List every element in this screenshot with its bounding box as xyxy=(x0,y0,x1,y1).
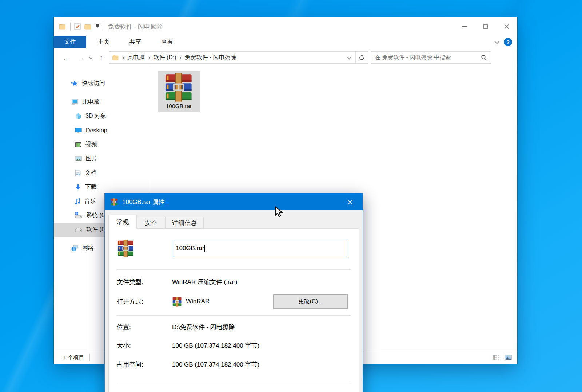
tab-home[interactable]: 主页 xyxy=(89,36,118,48)
size-label: 大小: xyxy=(117,341,172,350)
minimize-button[interactable] xyxy=(454,17,475,36)
address-bar[interactable]: › 此电脑 › 软件 (D:) › 免费软件 - 闪电擦除 xyxy=(109,51,368,64)
quick-access-star-icon xyxy=(71,80,78,87)
sidebar-item-label: 此电脑 xyxy=(82,98,100,106)
network-globe-icon xyxy=(71,245,78,252)
address-folder-icon xyxy=(112,55,119,60)
location-label: 位置: xyxy=(117,323,172,331)
toolbar-separator xyxy=(70,23,71,31)
winrar-file-icon xyxy=(110,198,118,206)
location-value: D:\免费软件 - 闪电擦除 xyxy=(172,323,235,331)
dialog-close-button[interactable] xyxy=(343,193,357,210)
up-button[interactable]: ↑ xyxy=(96,54,107,61)
opens-with-value: WinRAR xyxy=(186,298,210,305)
file-item-100gb-rar[interactable]: 100GB.rar xyxy=(158,71,200,112)
dialog-title: 100GB.rar 属性 xyxy=(122,198,165,206)
sidebar-item-label: 快速访问 xyxy=(82,80,105,87)
sidebar-item-3d-objects[interactable]: 3D 对象 xyxy=(54,109,150,123)
breadcrumb-this-pc[interactable]: 此电脑 xyxy=(126,54,147,61)
search-input[interactable]: 在 免费软件 - 闪电擦除 中搜索 xyxy=(371,51,491,64)
sidebar-item-label: 图片 xyxy=(86,155,97,163)
sidebar-item-videos[interactable]: 视频 xyxy=(54,137,150,152)
size-value: 100 GB (107,374,182,400 字节) xyxy=(172,341,259,350)
toolbar-separator xyxy=(103,23,103,31)
address-dropdown-button[interactable] xyxy=(343,52,355,63)
sidebar-item-label: 3D 对象 xyxy=(85,112,106,120)
sidebar-item-label: 网络 xyxy=(82,244,94,252)
section-separator xyxy=(117,384,351,384)
tab-security[interactable]: 安全 xyxy=(138,217,164,228)
this-pc-monitor-icon xyxy=(71,99,78,105)
winrar-archive-icon-large xyxy=(117,240,135,257)
mouse-cursor xyxy=(275,206,284,217)
refresh-icon xyxy=(359,55,365,61)
section-separator xyxy=(117,269,351,270)
winrar-archive-icon xyxy=(164,73,194,102)
search-placeholder-text: 在 免费软件 - 闪电擦除 中搜索 xyxy=(375,54,451,61)
breadcrumb-current-folder[interactable]: 免费软件 - 闪电擦除 xyxy=(183,54,238,61)
sidebar-item-desktop[interactable]: Desktop xyxy=(54,123,150,137)
sidebar-item-documents[interactable]: 文档 xyxy=(54,166,150,180)
maximize-icon xyxy=(483,24,488,29)
navigation-bar: ← → ↑ › 此电脑 › 软件 (D:) › 免费软件 - 闪电擦除 xyxy=(54,48,517,67)
quick-access-toolbar xyxy=(59,23,103,31)
properties-check-icon[interactable] xyxy=(74,23,81,30)
sidebar-item-label: 视频 xyxy=(85,141,97,148)
tab-view[interactable]: 查看 xyxy=(153,36,181,48)
breadcrumb-drive-d[interactable]: 软件 (D:) xyxy=(152,54,178,61)
winrar-app-icon xyxy=(172,297,182,307)
tab-details[interactable]: 详细信息 xyxy=(165,217,204,228)
ribbon-tab-strip: 文件 主页 共享 查看 ? xyxy=(54,36,517,48)
dialog-titlebar: 100GB.rar 属性 xyxy=(105,193,363,210)
window-controls xyxy=(454,17,517,36)
tab-share[interactable]: 共享 xyxy=(121,36,150,48)
back-button[interactable]: ← xyxy=(59,54,74,61)
forward-button[interactable]: → xyxy=(74,54,89,61)
minimize-icon xyxy=(462,26,467,27)
file-type-value: WinRAR 压缩文件 (.rar) xyxy=(172,278,237,286)
general-tab-page: 100GB.rar 文件类型: WinRAR 压缩文件 (.rar) 打开方式:… xyxy=(108,228,359,392)
recent-locations-chevron-icon[interactable] xyxy=(89,55,93,59)
sidebar-item-label: 文档 xyxy=(85,169,96,177)
breadcrumb-separator: › xyxy=(178,54,183,60)
toolbar-customize-dropdown-icon[interactable] xyxy=(96,25,99,28)
thumbnails-view-button[interactable] xyxy=(505,355,512,360)
videos-film-icon xyxy=(75,142,81,148)
data-drive-icon xyxy=(75,227,82,233)
change-button[interactable]: 更改(C)... xyxy=(273,294,348,309)
tab-file[interactable]: 文件 xyxy=(54,36,86,48)
maximize-button[interactable] xyxy=(475,17,496,36)
size-on-disk-label: 占用空间: xyxy=(117,360,172,369)
address-dropdown-chevron-icon xyxy=(347,55,351,59)
close-icon xyxy=(504,24,509,29)
3d-objects-cube-icon xyxy=(75,113,81,120)
text-caret xyxy=(204,245,205,252)
sidebar-item-quick-access[interactable]: 快速访问 xyxy=(54,76,150,91)
pictures-photo-icon xyxy=(75,156,82,161)
help-icon[interactable]: ? xyxy=(504,38,512,46)
sidebar-item-pictures[interactable]: 图片 xyxy=(54,152,150,166)
sidebar-item-label: 下载 xyxy=(85,183,97,191)
breadcrumb-separator: › xyxy=(147,54,152,60)
close-button[interactable] xyxy=(496,17,517,36)
dialog-tab-strip: 常规 安全 详细信息 xyxy=(105,210,363,228)
status-separator xyxy=(89,354,90,361)
sidebar-item-this-pc[interactable]: 此电脑 xyxy=(54,95,150,109)
ribbon-expand-chevron-icon[interactable] xyxy=(494,39,499,44)
file-name-input[interactable]: 100GB.rar xyxy=(172,241,348,256)
file-name-value: 100GB.rar xyxy=(176,245,204,252)
desktop-monitor-icon xyxy=(75,128,82,133)
sidebar-item-downloads[interactable]: 下载 xyxy=(54,180,150,194)
music-note-icon xyxy=(75,198,80,205)
details-view-button[interactable] xyxy=(493,355,499,360)
search-icon xyxy=(481,55,487,61)
new-folder-icon[interactable] xyxy=(84,23,92,30)
documents-page-icon xyxy=(75,170,81,176)
window-title: 免费软件 - 闪电擦除 xyxy=(108,23,163,31)
tab-general[interactable]: 常规 xyxy=(108,215,137,229)
refresh-button[interactable] xyxy=(355,52,368,63)
properties-dialog: 100GB.rar 属性 常规 安全 详细信息 xyxy=(104,193,363,392)
opens-with-label: 打开方式: xyxy=(117,297,172,306)
size-on-disk-value: 100 GB (107,374,182,400 字节) xyxy=(172,360,259,369)
items-count: 1 个项目 xyxy=(63,354,84,361)
